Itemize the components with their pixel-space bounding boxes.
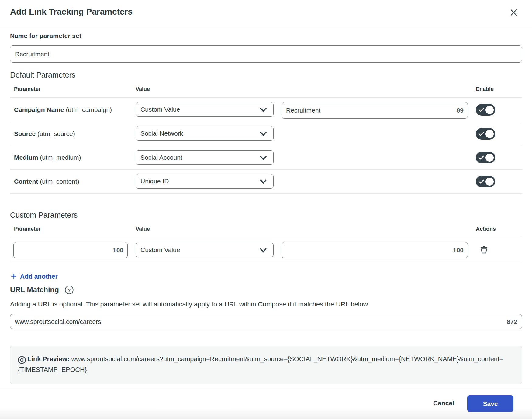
svg-text:?: ? (68, 288, 71, 293)
